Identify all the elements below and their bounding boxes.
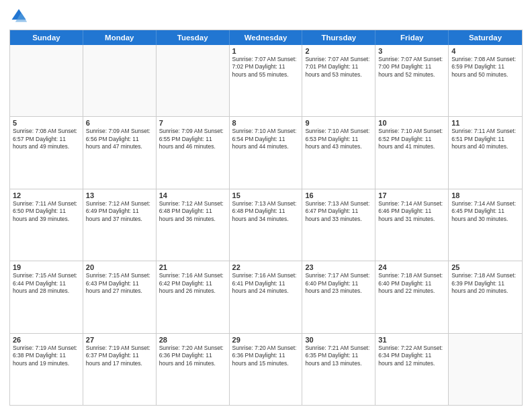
calendar-cell: 13Sunrise: 7:12 AM Sunset: 6:49 PM Dayli… [83,189,157,261]
calendar-cell: 5Sunrise: 7:08 AM Sunset: 6:57 PM Daylig… [10,117,83,188]
day-info: Sunrise: 7:07 AM Sunset: 7:02 PM Dayligh… [232,56,300,79]
day-number: 1 [232,47,300,55]
day-info: Sunrise: 7:18 AM Sunset: 6:40 PM Dayligh… [378,272,445,295]
day-info: Sunrise: 7:19 AM Sunset: 6:37 PM Dayligh… [86,345,153,367]
weekday-header-thursday: Thursday [302,30,375,45]
day-info: Sunrise: 7:21 AM Sunset: 6:35 PM Dayligh… [305,345,372,367]
day-info: Sunrise: 7:17 AM Sunset: 6:40 PM Dayligh… [305,272,372,295]
header [9,7,523,26]
day-info: Sunrise: 7:13 AM Sunset: 6:48 PM Dayligh… [232,200,300,223]
day-info: Sunrise: 7:08 AM Sunset: 6:59 PM Dayligh… [451,56,519,79]
weekday-header-wednesday: Wednesday [230,30,303,45]
day-number: 9 [305,119,372,127]
day-number: 6 [86,119,153,127]
calendar: SundayMondayTuesdayWednesdayThursdayFrid… [9,30,523,406]
day-number: 29 [232,336,300,344]
day-number: 7 [159,119,226,127]
day-info: Sunrise: 7:09 AM Sunset: 6:56 PM Dayligh… [86,128,153,150]
calendar-cell [449,334,522,405]
day-info: Sunrise: 7:22 AM Sunset: 6:34 PM Dayligh… [378,345,445,367]
day-number: 10 [378,119,445,127]
day-info: Sunrise: 7:13 AM Sunset: 6:47 PM Dayligh… [305,200,372,223]
day-info: Sunrise: 7:10 AM Sunset: 6:54 PM Dayligh… [232,128,300,150]
day-info: Sunrise: 7:07 AM Sunset: 7:01 PM Dayligh… [305,56,372,79]
day-info: Sunrise: 7:07 AM Sunset: 7:00 PM Dayligh… [378,56,445,79]
day-number: 20 [86,263,153,271]
calendar-cell: 19Sunrise: 7:15 AM Sunset: 6:44 PM Dayli… [10,261,83,332]
day-number: 11 [451,119,519,127]
day-info: Sunrise: 7:18 AM Sunset: 6:39 PM Dayligh… [451,272,519,295]
day-number: 17 [378,191,445,199]
calendar-cell: 15Sunrise: 7:13 AM Sunset: 6:48 PM Dayli… [230,189,303,261]
calendar-row-0: 1Sunrise: 7:07 AM Sunset: 7:02 PM Daylig… [10,45,522,117]
day-info: Sunrise: 7:19 AM Sunset: 6:38 PM Dayligh… [13,345,80,367]
day-info: Sunrise: 7:11 AM Sunset: 6:51 PM Dayligh… [451,128,519,150]
day-number: 8 [232,119,300,127]
day-number: 28 [159,336,226,344]
calendar-cell: 18Sunrise: 7:14 AM Sunset: 6:45 PM Dayli… [449,189,522,261]
calendar-cell: 12Sunrise: 7:11 AM Sunset: 6:50 PM Dayli… [10,189,83,261]
calendar-cell: 21Sunrise: 7:16 AM Sunset: 6:42 PM Dayli… [157,261,230,332]
day-number: 22 [232,263,300,271]
calendar-cell: 7Sunrise: 7:09 AM Sunset: 6:55 PM Daylig… [157,117,230,188]
day-info: Sunrise: 7:08 AM Sunset: 6:57 PM Dayligh… [13,128,80,150]
calendar-cell: 29Sunrise: 7:20 AM Sunset: 6:36 PM Dayli… [230,334,303,405]
calendar-cell: 30Sunrise: 7:21 AM Sunset: 6:35 PM Dayli… [302,334,375,405]
calendar-cell: 10Sunrise: 7:10 AM Sunset: 6:52 PM Dayli… [375,117,449,188]
weekday-header-saturday: Saturday [449,30,522,45]
day-info: Sunrise: 7:10 AM Sunset: 6:53 PM Dayligh… [305,128,372,150]
day-info: Sunrise: 7:14 AM Sunset: 6:45 PM Dayligh… [451,200,519,223]
day-number: 23 [305,263,372,271]
day-number: 25 [451,263,519,271]
calendar-cell: 14Sunrise: 7:12 AM Sunset: 6:48 PM Dayli… [157,189,230,261]
weekday-header-sunday: Sunday [10,30,83,45]
calendar-cell [157,45,230,116]
day-info: Sunrise: 7:10 AM Sunset: 6:52 PM Dayligh… [378,128,445,150]
logo-icon [9,7,28,26]
calendar-cell: 1Sunrise: 7:07 AM Sunset: 7:02 PM Daylig… [230,45,303,116]
day-number: 21 [159,263,226,271]
day-number: 5 [13,119,80,127]
day-info: Sunrise: 7:16 AM Sunset: 6:41 PM Dayligh… [232,272,300,295]
day-info: Sunrise: 7:09 AM Sunset: 6:55 PM Dayligh… [159,128,226,150]
logo [9,7,31,26]
day-number: 26 [13,336,80,344]
day-info: Sunrise: 7:20 AM Sunset: 6:36 PM Dayligh… [159,345,226,367]
calendar-cell: 2Sunrise: 7:07 AM Sunset: 7:01 PM Daylig… [302,45,375,116]
calendar-cell: 28Sunrise: 7:20 AM Sunset: 6:36 PM Dayli… [157,334,230,405]
calendar-cell: 23Sunrise: 7:17 AM Sunset: 6:40 PM Dayli… [302,261,375,332]
day-info: Sunrise: 7:12 AM Sunset: 6:49 PM Dayligh… [86,200,153,223]
calendar-cell: 16Sunrise: 7:13 AM Sunset: 6:47 PM Dayli… [302,189,375,261]
page: SundayMondayTuesdayWednesdayThursdayFrid… [0,0,532,411]
calendar-cell: 11Sunrise: 7:11 AM Sunset: 6:51 PM Dayli… [449,117,522,188]
day-number: 18 [451,191,519,199]
day-number: 15 [232,191,300,199]
calendar-cell: 8Sunrise: 7:10 AM Sunset: 6:54 PM Daylig… [230,117,303,188]
day-number: 12 [13,191,80,199]
day-number: 30 [305,336,372,344]
calendar-row-2: 12Sunrise: 7:11 AM Sunset: 6:50 PM Dayli… [10,189,522,261]
calendar-row-1: 5Sunrise: 7:08 AM Sunset: 6:57 PM Daylig… [10,117,522,189]
weekday-header-monday: Monday [83,30,157,45]
day-info: Sunrise: 7:14 AM Sunset: 6:46 PM Dayligh… [378,200,445,223]
day-number: 14 [159,191,226,199]
day-number: 19 [13,263,80,271]
calendar-cell: 24Sunrise: 7:18 AM Sunset: 6:40 PM Dayli… [375,261,449,332]
calendar-cell: 9Sunrise: 7:10 AM Sunset: 6:53 PM Daylig… [302,117,375,188]
day-info: Sunrise: 7:16 AM Sunset: 6:42 PM Dayligh… [159,272,226,295]
calendar-row-4: 26Sunrise: 7:19 AM Sunset: 6:38 PM Dayli… [10,334,522,405]
calendar-body: 1Sunrise: 7:07 AM Sunset: 7:02 PM Daylig… [10,45,522,405]
day-info: Sunrise: 7:11 AM Sunset: 6:50 PM Dayligh… [13,200,80,223]
calendar-cell [10,45,83,116]
calendar-cell: 26Sunrise: 7:19 AM Sunset: 6:38 PM Dayli… [10,334,83,405]
calendar-header: SundayMondayTuesdayWednesdayThursdayFrid… [10,30,522,45]
calendar-row-3: 19Sunrise: 7:15 AM Sunset: 6:44 PM Dayli… [10,261,522,333]
calendar-cell: 4Sunrise: 7:08 AM Sunset: 6:59 PM Daylig… [449,45,522,116]
calendar-cell: 25Sunrise: 7:18 AM Sunset: 6:39 PM Dayli… [449,261,522,332]
day-info: Sunrise: 7:15 AM Sunset: 6:43 PM Dayligh… [86,272,153,295]
day-number: 3 [378,47,445,55]
day-number: 31 [378,336,445,344]
calendar-cell: 20Sunrise: 7:15 AM Sunset: 6:43 PM Dayli… [83,261,157,332]
day-number: 24 [378,263,445,271]
day-number: 2 [305,47,372,55]
